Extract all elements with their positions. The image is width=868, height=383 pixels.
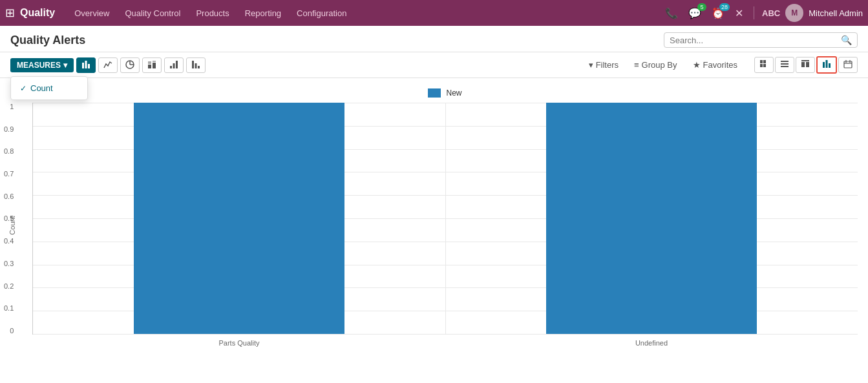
vert-divider — [445, 103, 446, 334]
svg-rect-2 — [88, 64, 90, 68]
nav-configuration[interactable]: Configuration — [290, 6, 353, 21]
kanban-view-button[interactable] — [754, 57, 774, 73]
svg-rect-23 — [801, 60, 809, 61]
chart-plot: Parts Quality Undefined — [32, 103, 858, 335]
nav-divider — [754, 6, 754, 19]
nav-quality-control[interactable]: Quality Control — [118, 6, 187, 21]
svg-rect-0 — [82, 63, 84, 68]
sort-asc-button[interactable] — [164, 57, 184, 73]
calendar-view-button[interactable] — [838, 57, 858, 73]
abc-label: ABC — [762, 8, 780, 18]
legend-swatch — [428, 88, 441, 98]
svg-rect-26 — [823, 62, 825, 68]
sort-desc-button[interactable] — [186, 57, 206, 73]
favorites-button[interactable]: ★ Favorites — [689, 58, 741, 72]
search-icon[interactable]: 🔍 — [841, 35, 852, 45]
svg-rect-27 — [826, 60, 828, 68]
x-label-undefined: Undefined — [635, 339, 668, 347]
x-label-parts-quality: Parts Quality — [219, 339, 260, 347]
stacked-chart-button[interactable] — [142, 57, 162, 73]
nav-products[interactable]: Products — [189, 6, 235, 21]
chart-legend: New — [32, 88, 858, 98]
bar-undefined — [546, 103, 756, 334]
phone-icon[interactable]: 📞 — [662, 6, 681, 21]
y-axis-labels: 1 0.9 0.8 0.7 0.6 0.5 0.4 0.3 0.2 0.1 0 — [4, 103, 14, 335]
svg-rect-1 — [85, 61, 87, 68]
pie-chart-button[interactable] — [120, 57, 140, 73]
svg-rect-11 — [173, 63, 175, 68]
svg-rect-25 — [806, 62, 809, 67]
svg-rect-18 — [760, 64, 763, 67]
grid-icon[interactable]: ⊞ — [5, 6, 15, 20]
svg-rect-17 — [763, 60, 766, 63]
page-header: Quality Alerts 🔍 — [0, 26, 868, 52]
svg-rect-12 — [176, 61, 178, 68]
filter-group: ▾ Filters ≡ Group By ★ Favorites — [585, 58, 741, 72]
legend-label: New — [446, 88, 461, 98]
toolbar: MEASURES ▾ ▾ Filters ≡ Group By ★ Favor — [0, 52, 868, 78]
svg-rect-19 — [763, 64, 766, 67]
measures-dropdown: ✓ Count — [10, 76, 88, 100]
svg-rect-15 — [198, 66, 200, 68]
chart-container: New Count 1 0.9 0.8 0.7 0.6 0.5 0.4 0.3 … — [0, 78, 868, 378]
chart-inner: Count 1 0.9 0.8 0.7 0.6 0.5 0.4 0.3 0.2 … — [32, 103, 858, 347]
svg-rect-6 — [148, 65, 151, 68]
svg-rect-16 — [760, 60, 763, 63]
svg-rect-8 — [153, 63, 156, 68]
topnav: ⊞ Quality Overview Quality Control Produ… — [0, 0, 868, 26]
svg-rect-29 — [844, 61, 852, 68]
page-title: Quality Alerts — [10, 34, 664, 47]
topnav-icons: 📞 💬 5 ⏰ 28 ✕ ABC M Mitchell Admin — [662, 4, 863, 22]
svg-rect-24 — [801, 62, 805, 67]
svg-rect-28 — [829, 63, 831, 68]
svg-rect-20 — [781, 61, 789, 62]
bar-chart-button[interactable] — [76, 57, 96, 73]
app-name: Quality — [20, 7, 55, 19]
activity-badge: 28 — [719, 3, 730, 11]
chat-icon[interactable]: 💬 5 — [686, 6, 704, 21]
svg-rect-22 — [781, 66, 789, 67]
avatar[interactable]: M — [785, 4, 803, 22]
bar-parts-quality — [134, 103, 344, 334]
svg-rect-7 — [148, 61, 151, 64]
chat-badge: 5 — [697, 3, 706, 11]
bar-group-undefined: Undefined — [528, 103, 776, 334]
view-buttons — [754, 56, 858, 74]
graph-view-button[interactable] — [816, 56, 837, 74]
bar-group-parts-quality: Parts Quality — [116, 103, 363, 334]
nav-reporting[interactable]: Reporting — [238, 6, 288, 21]
svg-rect-13 — [192, 61, 194, 68]
svg-rect-14 — [195, 63, 197, 68]
nav-overview[interactable]: Overview — [68, 6, 116, 21]
search-bar: 🔍 — [664, 32, 858, 48]
search-input[interactable] — [670, 36, 841, 45]
user-name[interactable]: Mitchell Admin — [809, 8, 863, 18]
svg-rect-9 — [153, 61, 156, 62]
list-view-button[interactable] — [775, 57, 794, 73]
close-icon[interactable]: ✕ — [732, 6, 746, 21]
activity-icon[interactable]: ⏰ 28 — [709, 6, 727, 21]
dropdown-item-count[interactable]: ✓ Count — [11, 79, 87, 97]
svg-rect-21 — [781, 63, 789, 65]
measures-button[interactable]: MEASURES ▾ — [10, 58, 74, 72]
pivot-view-button[interactable] — [796, 57, 815, 73]
groupby-button[interactable]: ≡ Group By — [630, 58, 681, 72]
filters-button[interactable]: ▾ Filters — [585, 58, 622, 72]
svg-rect-10 — [170, 66, 172, 68]
line-chart-button[interactable] — [98, 57, 118, 73]
